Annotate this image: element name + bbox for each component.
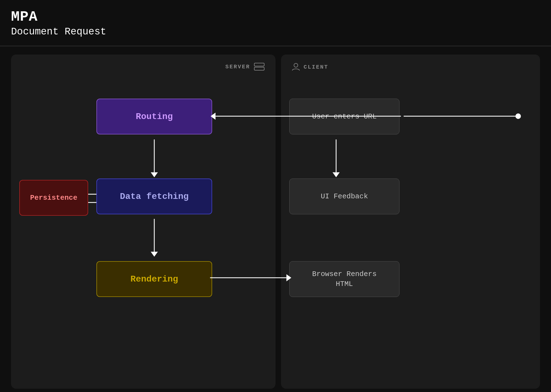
- routing-node: Routing: [96, 99, 212, 134]
- svg-marker-5: [151, 252, 158, 257]
- main-content: SERVER: [0, 46, 551, 392]
- svg-marker-12: [333, 172, 340, 177]
- page-header: MPA Document Request: [0, 0, 551, 43]
- data-fetching-node: Data fetching: [96, 179, 212, 214]
- page-title: MPA: [11, 9, 540, 25]
- persistence-node: Persistence: [19, 180, 88, 216]
- svg-marker-3: [151, 172, 158, 177]
- ui-feedback-node: UI Feedback: [289, 179, 399, 214]
- rendering-node: Rendering: [96, 261, 212, 297]
- server-panel: SERVER: [11, 55, 276, 389]
- browser-renders-node: Browser Renders HTML: [289, 261, 399, 297]
- diagram-wrapper: SERVER: [11, 55, 540, 389]
- client-panel: CLIENT User enters URL UI Feedback Brows…: [281, 55, 540, 389]
- page-subtitle: Document Request: [11, 26, 540, 37]
- user-url-node: User enters URL: [289, 99, 399, 134]
